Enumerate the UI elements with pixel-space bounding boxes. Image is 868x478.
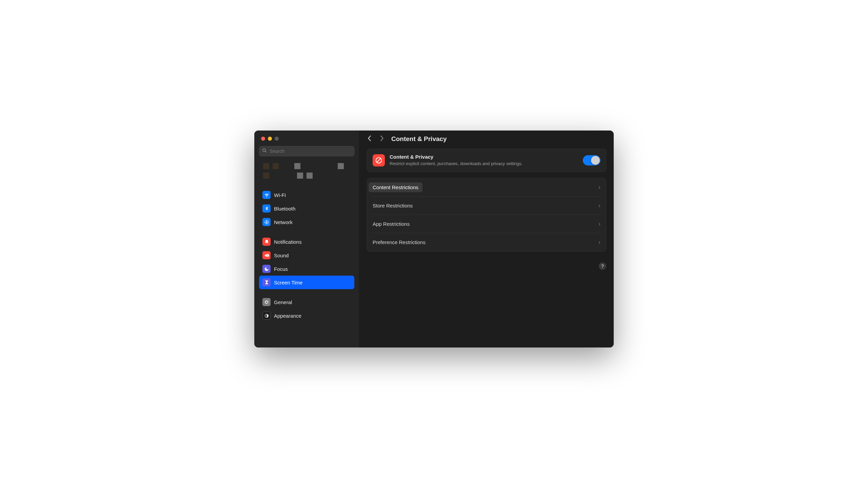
sidebar-item-wifi[interactable]: Wi-Fi	[259, 188, 354, 202]
list-row-label: Store Restrictions	[373, 203, 413, 208]
sidebar-item-label: Sound	[274, 253, 289, 258]
system-settings-window: Wi-Fi Bluetooth Network	[254, 131, 614, 347]
content-privacy-toggle[interactable]	[583, 155, 600, 165]
appearance-icon	[262, 312, 271, 320]
content-privacy-title: Content & Privacy	[390, 154, 578, 160]
content-privacy-description: Restrict explicit content, purchases, do…	[390, 161, 578, 167]
back-button[interactable]	[368, 135, 372, 143]
bell-icon	[262, 238, 271, 246]
search-input[interactable]	[270, 148, 351, 154]
gear-icon	[262, 298, 271, 306]
speaker-icon	[262, 251, 271, 259]
sidebar-item-label: General	[274, 299, 292, 305]
list-row-label: Content Restrictions	[369, 182, 422, 192]
sidebar-item-bluetooth[interactable]: Bluetooth	[259, 202, 354, 215]
wifi-icon	[262, 191, 271, 199]
sidebar-nav: Wi-Fi Bluetooth Network	[254, 188, 359, 328]
sidebar-item-appearance[interactable]: Appearance	[259, 309, 354, 322]
help-button[interactable]: ?	[599, 262, 606, 270]
main-header: Content & Privacy	[359, 131, 614, 149]
list-row-label: App Restrictions	[373, 221, 410, 227]
sidebar-item-label: Appearance	[274, 313, 301, 319]
moon-icon	[262, 265, 271, 273]
network-icon	[262, 218, 271, 226]
window-controls	[254, 131, 359, 144]
forward-button[interactable]	[380, 135, 384, 143]
search-field[interactable]	[259, 146, 354, 156]
hourglass-icon	[262, 278, 271, 286]
close-window-button[interactable]	[261, 137, 265, 141]
svg-line-1	[265, 151, 267, 153]
chevron-right-icon: ›	[598, 184, 600, 191]
sidebar-item-notifications[interactable]: Notifications	[259, 235, 354, 248]
svg-point-0	[263, 149, 265, 152]
search-icon	[262, 148, 267, 154]
store-restrictions-row[interactable]: Store Restrictions ›	[367, 197, 606, 215]
sidebar-item-label: Focus	[274, 266, 288, 272]
page-title: Content & Privacy	[391, 135, 447, 143]
list-row-label: Preference Restrictions	[373, 239, 426, 245]
chevron-right-icon: ›	[598, 202, 600, 209]
chevron-right-icon: ›	[598, 239, 600, 246]
main-content: Content & Privacy Content & Privacy Rest…	[359, 131, 614, 347]
sidebar-item-focus[interactable]: Focus	[259, 262, 354, 276]
sidebar-item-label: Notifications	[274, 239, 302, 245]
sidebar-item-label: Bluetooth	[274, 206, 295, 212]
restrict-icon	[373, 154, 385, 166]
sidebar-item-label: Wi-Fi	[274, 192, 286, 198]
chevron-right-icon: ›	[598, 220, 600, 227]
app-restrictions-row[interactable]: App Restrictions ›	[367, 215, 606, 233]
restrictions-list: Content Restrictions › Store Restriction…	[367, 178, 606, 252]
sidebar-item-label: Network	[274, 219, 293, 225]
sidebar-item-network[interactable]: Network	[259, 215, 354, 229]
minimize-window-button[interactable]	[268, 137, 272, 141]
content-restrictions-row[interactable]: Content Restrictions ›	[367, 178, 606, 196]
content-privacy-toggle-panel: Content & Privacy Restrict explicit cont…	[367, 149, 606, 172]
sidebar-item-label: Screen Time	[274, 280, 302, 285]
sidebar-item-sound[interactable]: Sound	[259, 248, 354, 262]
sidebar-item-screen-time[interactable]: Screen Time	[259, 276, 354, 289]
toggle-knob	[591, 156, 600, 165]
bluetooth-icon	[262, 204, 271, 213]
sidebar: Wi-Fi Bluetooth Network	[254, 131, 359, 347]
sidebar-item-general[interactable]: General	[259, 295, 354, 309]
maximize-window-button[interactable]	[275, 137, 279, 141]
svg-line-5	[377, 158, 381, 163]
user-account-area[interactable]	[254, 160, 359, 188]
preference-restrictions-row[interactable]: Preference Restrictions ›	[367, 233, 606, 251]
